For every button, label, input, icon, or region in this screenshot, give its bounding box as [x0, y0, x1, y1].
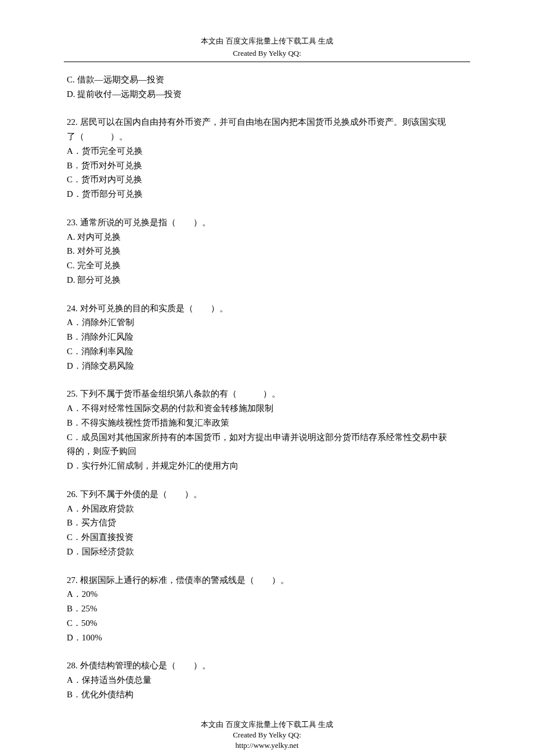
question-stem: 26. 下列不属于外债的是（ ）。: [67, 487, 467, 502]
option-c-cont: 得的，则应予购回: [67, 444, 467, 459]
header-line-1: 本文由 百度文库批量上传下载工具 生成: [64, 35, 470, 47]
footer-line-1: 本文由 百度文库批量上传下载工具 生成: [64, 719, 470, 730]
document-page: 本文由 百度文库批量上传下载工具 生成 Created By Yelky QQ:…: [0, 0, 534, 756]
option-c: C. 完全可兑换: [67, 258, 467, 273]
question-prev-tail: C. 借款—远期交易—投资 D. 提前收付—远期交易—投资: [67, 73, 467, 102]
option-d: D．100%: [67, 631, 467, 645]
option-c: C．外国直接投资: [67, 530, 467, 545]
header-rule: [64, 62, 470, 62]
option-a: A．20%: [67, 587, 467, 602]
question-25: 25. 下列不属于货币基金组织第八条款的有（ ）。 A．不得对经常性国际交易的付…: [67, 387, 467, 473]
option-b: B．25%: [67, 602, 467, 616]
page-content: C. 借款—远期交易—投资 D. 提前收付—远期交易—投资 22. 居民可以在国…: [64, 73, 470, 702]
option-d: D．消除交易风险: [67, 359, 467, 373]
question-stem: 24. 对外可兑换的目的和实质是（ ）。: [67, 301, 467, 316]
question-stem: 25. 下列不属于货币基金组织第八条款的有（ ）。: [67, 387, 467, 401]
option-d: D．国际经济贷款: [67, 545, 467, 559]
question-27: 27. 根据国际上通行的标准，偿债率的警戒线是（ ）。 A．20% B．25% …: [67, 573, 467, 645]
option-a: A．保持适当外债总量: [67, 673, 467, 687]
question-stem: 28. 外债结构管理的核心是（ ）。: [67, 658, 467, 673]
footer-link: http://www.yelky.net: [64, 740, 470, 751]
option-b: B．优化外债结构: [67, 687, 467, 702]
question-24: 24. 对外可兑换的目的和实质是（ ）。 A．消除外汇管制 B．消除外汇风险 C…: [67, 301, 467, 373]
option-d: D．实行外汇留成制，并规定外汇的使用方向: [67, 459, 467, 473]
option-c: C．50%: [67, 616, 467, 631]
option-b: B．不得实施歧视性货币措施和复汇率政策: [67, 416, 467, 430]
question-22: 22. 居民可以在国内自由持有外币资产，并可自由地在国内把本国货币兑换成外币资产…: [67, 115, 467, 201]
option-a: A．货币完全可兑换: [67, 144, 467, 159]
option-b: B．消除外汇风险: [67, 330, 467, 344]
question-stem-cont: 了（ ）。: [67, 129, 467, 144]
page-header: 本文由 百度文库批量上传下载工具 生成 Created By Yelky QQ:: [64, 35, 470, 60]
option-c: C. 借款—远期交易—投资: [67, 73, 467, 87]
question-stem: 27. 根据国际上通行的标准，偿债率的警戒线是（ ）。: [67, 573, 467, 588]
option-c: C．货币对内可兑换: [67, 172, 467, 187]
footer-line-2: Created By Yelky QQ:: [64, 730, 470, 740]
option-b: B．买方信贷: [67, 516, 467, 530]
option-a: A．外国政府贷款: [67, 502, 467, 516]
question-23: 23. 通常所说的可兑换是指（ ）。 A. 对内可兑换 B. 对外可兑换 C. …: [67, 215, 467, 287]
option-d: D．货币部分可兑换: [67, 187, 467, 201]
option-a: A．不得对经常性国际交易的付款和资金转移施加限制: [67, 401, 467, 416]
question-28: 28. 外债结构管理的核心是（ ）。 A．保持适当外债总量 B．优化外债结构: [67, 658, 467, 701]
question-stem: 23. 通常所说的可兑换是指（ ）。: [67, 215, 467, 230]
option-c: C．消除利率风险: [67, 344, 467, 359]
question-26: 26. 下列不属于外债的是（ ）。 A．外国政府贷款 B．买方信贷 C．外国直接…: [67, 487, 467, 559]
option-b: B. 对外可兑换: [67, 244, 467, 258]
option-a: A．消除外汇管制: [67, 315, 467, 330]
page-footer: 本文由 百度文库批量上传下载工具 生成 Created By Yelky QQ:…: [64, 719, 470, 751]
option-d: D. 部分可兑换: [67, 273, 467, 287]
option-a: A. 对内可兑换: [67, 230, 467, 244]
option-c: C．成员国对其他国家所持有的本国货币，如对方提出申请并说明这部分货币结存系经常性…: [67, 430, 467, 445]
option-b: B．货币对外可兑换: [67, 159, 467, 173]
question-stem: 22. 居民可以在国内自由持有外币资产，并可自由地在国内把本国货币兑换成外币资产…: [67, 115, 467, 129]
header-line-2: Created By Yelky QQ:: [64, 47, 470, 59]
option-d: D. 提前收付—远期交易—投资: [67, 87, 467, 102]
